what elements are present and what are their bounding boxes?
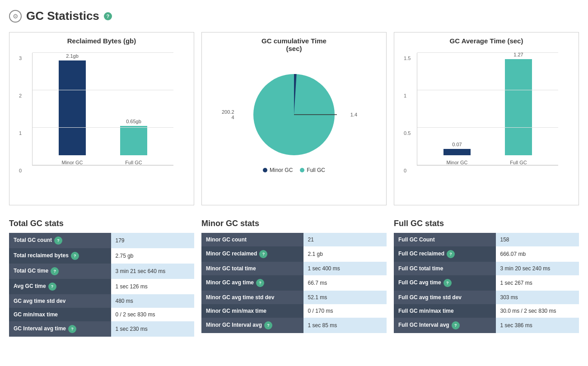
stat-help-icon[interactable]: ? [452,321,460,329]
stat-key-cell: Minor GC Interval avg? [201,318,303,333]
table-row: Minor GC reclaimed?2.1 gb [201,246,387,262]
avg-chart-area: 1.5 1 0.5 0 0.07 Minor GC [399,48,574,184]
table-row: Full GC min/max time30.0 ms / 2 sec 830 … [394,304,579,318]
table-row: GC Interval avg time?1 sec 230 ms [9,321,194,337]
stat-val-cell: 1 sec 386 ms [496,318,579,333]
stat-key-cell: Full GC reclaimed? [394,246,496,262]
table-row: Full GC avg time std dev303 ms [394,291,579,304]
stat-help-icon[interactable]: ? [443,279,452,287]
stat-val-cell: 2.1 gb [303,246,387,262]
table-row: Total reclaimed bytes?2.75 gb [9,248,194,264]
avg-grid-top: 1.5 [417,52,558,53]
stat-key-cell: GC avg time std dev [9,294,111,308]
pie-svg [249,69,339,160]
stat-key-cell: GC min/max time [9,308,111,321]
bar-minor-gc-rect [59,60,86,155]
stat-val-cell: 2.75 gb [111,248,195,264]
stat-key-cell: Minor GC reclaimed? [201,246,303,262]
avg-bars: 0.07 Minor GC 1.27 Full GC [417,53,558,165]
full-gc-table: Full GC Count158Full GC reclaimed?666.07… [394,233,579,333]
avg-grid-0: 0 [417,165,558,165]
charts-row: Reclaimed Bytes (gb) 3 2 1 0 2.1gb [9,32,579,205]
stat-key-cell: Total GC count? [9,233,111,248]
stats-row: Total GC stats Total GC count?179Total r… [9,219,579,337]
stat-help-icon[interactable]: ? [48,283,56,291]
stat-val-cell: 30.0 ms / 2 sec 830 ms [496,304,579,318]
stat-help-icon[interactable]: ? [68,325,76,333]
table-row: Full GC reclaimed?666.07 mb [394,246,579,262]
page-title: GC Statistics [26,9,99,23]
table-row: Full GC Interval avg?1 sec 386 ms [394,318,579,333]
stat-key-cell: Total GC time? [9,264,111,279]
stat-val-cell: 158 [496,233,579,246]
stat-val-cell: 1 sec 267 ms [496,275,579,291]
table-row: Full GC avg time?1 sec 267 ms [394,275,579,291]
stat-help-icon[interactable]: ? [447,250,455,258]
legend-full-gc-label: Full GC [307,167,325,173]
header-help-icon[interactable]: ? [104,12,112,20]
avg-time-chart: GC Average Time (sec) 1.5 1 0.5 0 0.07 [394,32,579,205]
avg-chart-inner: 1.5 1 0.5 0 0.07 Minor GC [417,53,558,166]
table-row: Minor GC total time1 sec 400 ms [201,262,387,275]
stat-key-cell: Avg GC time? [9,279,111,294]
pie-chart-area: 200.24 1.4 Minor GC Full GC [206,56,382,200]
stat-key-cell: Full GC avg time std dev [394,291,496,304]
stat-key-cell: Full GC min/max time [394,304,496,318]
table-row: Full GC Count158 [394,233,579,246]
stat-key-cell: Minor GC min/max time [201,304,303,318]
pie-label-left: 200.24 [222,109,234,120]
stat-help-icon[interactable]: ? [54,236,62,245]
reclaimed-chart-title: Reclaimed Bytes (gb) [14,37,189,45]
pie-wrapper: 200.24 1.4 [249,69,339,160]
stat-key-cell: Total reclaimed bytes? [9,248,111,264]
stat-help-icon[interactable]: ? [256,279,264,287]
stat-key-cell: Minor GC total time [201,262,303,275]
table-row: GC min/max time0 / 2 sec 830 ms [9,308,194,321]
table-row: GC avg time std dev480 ms [9,294,194,308]
stat-val-cell: 21 [303,233,387,246]
pie-legend: Minor GC Full GC [263,167,325,173]
full-gc-title: Full GC stats [394,219,579,228]
cumulative-chart-title: GC cumulative Time(sec) [206,37,382,52]
stat-key-cell: Full GC Count [394,233,496,246]
stat-key-cell: Minor GC avg time? [201,275,303,291]
reclaimed-bars: 2.1gb Minor GC 0.65gb Full GC [33,53,173,165]
reclaimed-chart-area: 3 2 1 0 2.1gb Minor GC [14,48,189,184]
grid-line-1: 1 [33,127,173,128]
grid-line-0: 0 [33,165,173,165]
stat-key-cell: Full GC Interval avg? [394,318,496,333]
grid-line-2: 2 [33,90,173,90]
avg-bar-full-rect [505,59,532,155]
page-header: ⚙ GC Statistics ? [9,9,579,23]
stat-val-cell: 1 sec 230 ms [111,321,195,337]
reclaimed-bytes-chart: Reclaimed Bytes (gb) 3 2 1 0 2.1gb [9,32,194,205]
minor-gc-title: Minor GC stats [201,219,387,228]
legend-full-gc: Full GC [300,167,325,173]
reclaimed-chart-inner: 3 2 1 0 2.1gb Minor GC [32,53,173,166]
stat-val-cell: 52.1 ms [303,291,387,304]
legend-minor-gc-dot [263,168,267,172]
legend-full-gc-dot [300,168,304,172]
table-row: Minor GC avg time std dev52.1 ms [201,291,387,304]
stat-val-cell: 1 sec 126 ms [111,279,195,294]
stat-val-cell: 303 ms [496,291,579,304]
stat-help-icon[interactable]: ? [264,321,272,329]
stat-val-cell: 480 ms [111,294,195,308]
stat-help-icon[interactable]: ? [71,252,79,260]
table-row: Full GC total time3 min 20 sec 240 ms [394,262,579,275]
avg-bar-full: 1.27 Full GC [505,52,532,165]
stat-val-cell: 3 min 21 sec 640 ms [111,264,195,279]
bar-minor-gc: 2.1gb Minor GC [59,53,86,165]
stat-help-icon[interactable]: ? [51,267,59,275]
stat-key-cell: Minor GC avg time std dev [201,291,303,304]
stat-key-cell: GC Interval avg time? [9,321,111,337]
stat-val-cell: 179 [111,233,195,248]
legend-minor-gc-label: Minor GC [270,167,293,173]
avg-bar-minor-rect [443,149,471,155]
stat-key-cell: Full GC avg time? [394,275,496,291]
stat-help-icon[interactable]: ? [259,250,267,258]
avg-grid-1: 1 [417,90,558,90]
stat-val-cell: 0 / 170 ms [303,304,387,318]
legend-minor-gc: Minor GC [263,167,293,173]
table-row: Minor GC count21 [201,233,387,246]
